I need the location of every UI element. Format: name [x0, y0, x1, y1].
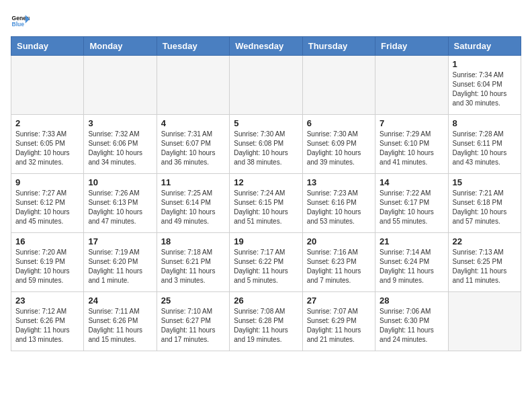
calendar-cell: 4Sunrise: 7:31 AM Sunset: 6:07 PM Daylig… [157, 115, 229, 174]
calendar-cell: 7Sunrise: 7:29 AM Sunset: 6:10 PM Daylig… [375, 115, 448, 174]
day-number: 18 [161, 236, 225, 246]
day-info: Sunrise: 7:20 AM Sunset: 6:19 PM Dayligh… [15, 248, 79, 285]
calendar-week-2: 9Sunrise: 7:27 AM Sunset: 6:12 PM Daylig… [11, 174, 521, 233]
calendar-cell [375, 56, 448, 115]
calendar-cell [230, 56, 302, 115]
calendar-cell: 22Sunrise: 7:13 AM Sunset: 6:25 PM Dayli… [448, 233, 521, 292]
day-number: 22 [453, 236, 517, 246]
calendar-cell [448, 292, 521, 351]
day-info: Sunrise: 7:22 AM Sunset: 6:17 PM Dayligh… [380, 189, 443, 226]
weekday-header-sunday: Sunday [11, 37, 84, 56]
day-number: 20 [307, 236, 371, 246]
day-info: Sunrise: 7:29 AM Sunset: 6:10 PM Dayligh… [380, 130, 443, 167]
day-info: Sunrise: 7:06 AM Sunset: 6:30 PM Dayligh… [380, 307, 443, 345]
calendar-cell: 2Sunrise: 7:33 AM Sunset: 6:05 PM Daylig… [11, 115, 84, 174]
calendar-cell [157, 56, 229, 115]
calendar-cell: 26Sunrise: 7:08 AM Sunset: 6:28 PM Dayli… [230, 292, 302, 351]
weekday-header-friday: Friday [375, 37, 448, 56]
day-number: 11 [161, 177, 225, 187]
day-number: 5 [234, 118, 298, 128]
day-number: 8 [453, 118, 517, 128]
calendar-cell: 5Sunrise: 7:30 AM Sunset: 6:08 PM Daylig… [230, 115, 302, 174]
day-number: 4 [161, 118, 225, 128]
logo: General Blue [11, 11, 30, 30]
day-number: 14 [380, 177, 443, 187]
calendar-cell [84, 56, 157, 115]
calendar-cell: 17Sunrise: 7:19 AM Sunset: 6:20 PM Dayli… [84, 233, 157, 292]
day-number: 2 [15, 118, 79, 128]
day-number: 10 [88, 177, 152, 187]
calendar-cell: 19Sunrise: 7:17 AM Sunset: 6:22 PM Dayli… [230, 233, 302, 292]
day-info: Sunrise: 7:30 AM Sunset: 6:09 PM Dayligh… [307, 130, 371, 167]
day-info: Sunrise: 7:19 AM Sunset: 6:20 PM Dayligh… [88, 248, 152, 285]
day-info: Sunrise: 7:12 AM Sunset: 6:26 PM Dayligh… [15, 307, 79, 345]
calendar-cell: 20Sunrise: 7:16 AM Sunset: 6:23 PM Dayli… [302, 233, 375, 292]
day-number: 6 [307, 118, 371, 128]
weekday-header-tuesday: Tuesday [157, 37, 229, 56]
day-info: Sunrise: 7:25 AM Sunset: 6:14 PM Dayligh… [161, 189, 225, 226]
calendar-cell: 12Sunrise: 7:24 AM Sunset: 6:15 PM Dayli… [230, 174, 302, 233]
calendar-cell [302, 56, 375, 115]
day-number: 3 [88, 118, 152, 128]
header: General Blue [11, 11, 521, 30]
day-info: Sunrise: 7:34 AM Sunset: 6:04 PM Dayligh… [453, 71, 517, 108]
day-info: Sunrise: 7:26 AM Sunset: 6:13 PM Dayligh… [88, 189, 152, 226]
calendar-cell: 27Sunrise: 7:07 AM Sunset: 6:29 PM Dayli… [302, 292, 375, 351]
day-number: 23 [15, 295, 79, 306]
day-number: 1 [453, 59, 517, 69]
day-info: Sunrise: 7:32 AM Sunset: 6:06 PM Dayligh… [88, 130, 152, 167]
calendar-cell: 23Sunrise: 7:12 AM Sunset: 6:26 PM Dayli… [11, 292, 84, 351]
calendar-cell: 25Sunrise: 7:10 AM Sunset: 6:27 PM Dayli… [157, 292, 229, 351]
calendar-cell: 13Sunrise: 7:23 AM Sunset: 6:16 PM Dayli… [302, 174, 375, 233]
calendar-cell: 28Sunrise: 7:06 AM Sunset: 6:30 PM Dayli… [375, 292, 448, 351]
calendar-cell: 3Sunrise: 7:32 AM Sunset: 6:06 PM Daylig… [84, 115, 157, 174]
weekday-header-wednesday: Wednesday [230, 37, 302, 56]
calendar-cell: 11Sunrise: 7:25 AM Sunset: 6:14 PM Dayli… [157, 174, 229, 233]
day-number: 13 [307, 177, 371, 187]
calendar-cell: 1Sunrise: 7:34 AM Sunset: 6:04 PM Daylig… [448, 56, 521, 115]
calendar-cell: 21Sunrise: 7:14 AM Sunset: 6:24 PM Dayli… [375, 233, 448, 292]
day-info: Sunrise: 7:18 AM Sunset: 6:21 PM Dayligh… [161, 248, 225, 285]
day-info: Sunrise: 7:28 AM Sunset: 6:11 PM Dayligh… [453, 130, 517, 167]
calendar-cell: 15Sunrise: 7:21 AM Sunset: 6:18 PM Dayli… [448, 174, 521, 233]
calendar-cell: 6Sunrise: 7:30 AM Sunset: 6:09 PM Daylig… [302, 115, 375, 174]
day-number: 26 [234, 295, 298, 306]
calendar-cell: 9Sunrise: 7:27 AM Sunset: 6:12 PM Daylig… [11, 174, 84, 233]
day-number: 7 [380, 118, 443, 128]
day-number: 21 [380, 236, 443, 246]
calendar-cell: 10Sunrise: 7:26 AM Sunset: 6:13 PM Dayli… [84, 174, 157, 233]
day-info: Sunrise: 7:13 AM Sunset: 6:25 PM Dayligh… [453, 248, 517, 285]
weekday-header-monday: Monday [84, 37, 157, 56]
day-info: Sunrise: 7:08 AM Sunset: 6:28 PM Dayligh… [234, 307, 298, 345]
day-number: 16 [15, 236, 79, 246]
day-info: Sunrise: 7:31 AM Sunset: 6:07 PM Dayligh… [161, 130, 225, 167]
day-info: Sunrise: 7:14 AM Sunset: 6:24 PM Dayligh… [380, 248, 443, 285]
weekday-header-row: SundayMondayTuesdayWednesdayThursdayFrid… [11, 37, 521, 56]
calendar-week-3: 16Sunrise: 7:20 AM Sunset: 6:19 PM Dayli… [11, 233, 521, 292]
weekday-header-thursday: Thursday [302, 37, 375, 56]
day-number: 17 [88, 236, 152, 246]
day-number: 25 [161, 295, 225, 306]
day-number: 24 [88, 295, 152, 306]
day-number: 28 [380, 295, 443, 306]
day-info: Sunrise: 7:21 AM Sunset: 6:18 PM Dayligh… [453, 189, 517, 226]
calendar-week-0: 1Sunrise: 7:34 AM Sunset: 6:04 PM Daylig… [11, 56, 521, 115]
calendar-cell: 14Sunrise: 7:22 AM Sunset: 6:17 PM Dayli… [375, 174, 448, 233]
calendar-week-1: 2Sunrise: 7:33 AM Sunset: 6:05 PM Daylig… [11, 115, 521, 174]
logo-icon: General Blue [11, 11, 30, 30]
day-number: 15 [453, 177, 517, 187]
day-info: Sunrise: 7:11 AM Sunset: 6:26 PM Dayligh… [88, 307, 152, 345]
day-number: 12 [234, 177, 298, 187]
calendar-cell [11, 56, 84, 115]
day-number: 19 [234, 236, 298, 246]
calendar-cell: 18Sunrise: 7:18 AM Sunset: 6:21 PM Dayli… [157, 233, 229, 292]
day-info: Sunrise: 7:10 AM Sunset: 6:27 PM Dayligh… [161, 307, 225, 345]
calendar-cell: 16Sunrise: 7:20 AM Sunset: 6:19 PM Dayli… [11, 233, 84, 292]
svg-text:Blue: Blue [12, 21, 25, 28]
day-number: 9 [15, 177, 79, 187]
day-info: Sunrise: 7:16 AM Sunset: 6:23 PM Dayligh… [307, 248, 371, 285]
day-info: Sunrise: 7:30 AM Sunset: 6:08 PM Dayligh… [234, 130, 298, 167]
day-info: Sunrise: 7:07 AM Sunset: 6:29 PM Dayligh… [307, 307, 371, 345]
day-info: Sunrise: 7:17 AM Sunset: 6:22 PM Dayligh… [234, 248, 298, 285]
weekday-header-saturday: Saturday [448, 37, 521, 56]
